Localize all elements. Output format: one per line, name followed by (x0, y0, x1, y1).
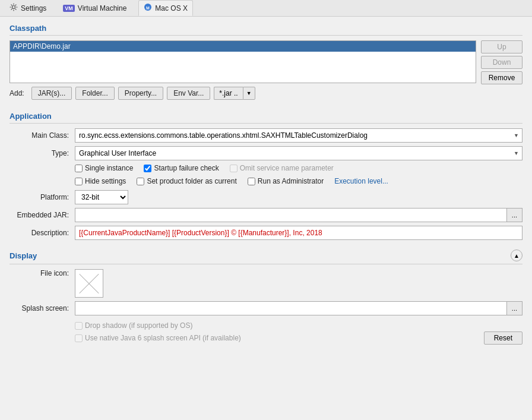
omit-service-checkbox[interactable] (230, 165, 238, 172)
jar-wildcard-button[interactable]: *.jar .. (214, 87, 242, 100)
type-select[interactable]: Graphical User Interface Console (75, 146, 522, 160)
classpath-item[interactable]: APPDIR\Demo.jar (10, 41, 476, 52)
run-as-admin-checkbox[interactable] (248, 178, 255, 185)
up-button[interactable]: Up (481, 40, 522, 53)
main-content: Classpath APPDIR\Demo.jar Add: JAR(s)...… (0, 17, 532, 420)
classpath-section: Classpath APPDIR\Demo.jar Add: JAR(s)...… (10, 24, 522, 102)
drop-shadow-checkbox[interactable] (75, 322, 83, 330)
classpath-title: Classpath (10, 24, 522, 36)
tab-macosx[interactable]: M Mac OS X (138, 0, 193, 16)
display-section-header: Display ▲ (10, 250, 522, 264)
platform-label: Platform: (10, 193, 75, 201)
file-icon-row: File icon: (10, 269, 522, 298)
hide-settings-label: Hide settings (85, 177, 126, 185)
splash-screen-label: Splash screen: (10, 304, 75, 312)
startup-failure-label: Startup failure check (154, 164, 218, 172)
add-buttons-row: Add: JAR(s)... Folder... Property... Env… (10, 87, 476, 100)
embedded-jar-input[interactable] (75, 208, 506, 222)
splash-screen-wrapper: ... (75, 301, 522, 315)
splash-screen-browse-button[interactable]: ... (506, 301, 522, 315)
startup-failure-check-item: Startup failure check (144, 164, 218, 172)
classpath-side-buttons: Up Down Remove (481, 40, 522, 102)
execution-level-link[interactable]: Execution level... (334, 177, 388, 188)
add-label: Add: (10, 89, 24, 97)
display-section: Display ▲ File icon: Splash screen: ... … (10, 250, 522, 345)
drop-shadow-label: Drop shadow (if supported by OS) (85, 321, 192, 330)
classpath-area: APPDIR\Demo.jar Add: JAR(s)... Folder...… (10, 40, 522, 102)
type-row: Type: Graphical User Interface Console (10, 146, 522, 160)
env-var-button[interactable]: Env Var... (167, 87, 210, 100)
title-bar: Settings VM Virtual Machine M Mac OS X (0, 0, 532, 17)
bottom-area: Drop shadow (if supported by OS) Use nat… (75, 319, 522, 345)
file-icon-x (75, 270, 103, 297)
run-as-admin-label: Run as Administrator (258, 177, 324, 185)
single-instance-check-item: Single instance (75, 164, 133, 172)
tab-virtual-machine[interactable]: VM Virtual Machine (58, 2, 131, 15)
hide-settings-check-item: Hide settings (75, 177, 126, 185)
platform-wrapper: 32-bit 64-bit (75, 190, 128, 204)
native-java6-checkbox[interactable] (75, 334, 83, 342)
omit-service-check-item: Omit service name parameter (230, 164, 334, 172)
main-class-row: Main Class: ro.sync.ecss.extensions.comm… (10, 128, 522, 143)
single-instance-label: Single instance (85, 164, 133, 172)
embedded-jar-row: Embedded JAR: ... (10, 208, 522, 222)
tab-settings[interactable]: Settings (5, 1, 51, 15)
splash-screen-row: Splash screen: ... (10, 301, 522, 315)
jar-wildcard-arrow[interactable]: ▼ (243, 87, 255, 100)
run-as-admin-check-item: Run as Administrator (248, 177, 324, 185)
gear-icon (10, 3, 18, 13)
down-button[interactable]: Down (481, 56, 522, 69)
remove-button[interactable]: Remove (481, 71, 522, 84)
application-section: Application Main Class: ro.sync.ecss.ext… (10, 112, 522, 240)
display-title: Display (10, 251, 37, 260)
folder-button[interactable]: Folder... (75, 87, 114, 100)
set-product-folder-checkbox[interactable] (137, 178, 144, 185)
splash-screen-input[interactable] (75, 301, 506, 315)
type-wrapper: Graphical User Interface Console (75, 146, 522, 160)
native-java6-label: Use native Java 6 splash screen API (if … (85, 334, 241, 342)
svg-point-0 (12, 6, 15, 9)
embedded-jar-wrapper: ... (75, 208, 522, 222)
description-label: Description: (10, 229, 75, 237)
hide-settings-checkbox[interactable] (75, 178, 83, 185)
embedded-jar-browse-button[interactable]: ... (506, 208, 522, 222)
svg-text:M: M (146, 6, 150, 10)
jar-wildcard-split: *.jar .. ▼ (214, 87, 255, 100)
jar-button[interactable]: JAR(s)... (31, 87, 72, 100)
classpath-list[interactable]: APPDIR\Demo.jar (10, 40, 476, 83)
reset-button[interactable]: Reset (484, 331, 522, 345)
file-icon-label: File icon: (10, 269, 75, 277)
platform-select[interactable]: 32-bit 64-bit (75, 190, 128, 204)
embedded-jar-label: Embedded JAR: (10, 211, 75, 219)
settings-tab-label: Settings (21, 4, 46, 12)
native-java6-check-item: Use native Java 6 splash screen API (if … (75, 334, 241, 342)
property-button[interactable]: Property... (118, 87, 163, 100)
checkboxes-row-2: Hide settings Set product folder as curr… (75, 177, 522, 188)
file-icon-box[interactable] (75, 269, 103, 298)
omit-service-label: Omit service name parameter (240, 164, 334, 172)
classpath-list-wrap: APPDIR\Demo.jar Add: JAR(s)... Folder...… (10, 40, 476, 102)
mac-icon: M (144, 3, 152, 13)
main-class-wrapper: ro.sync.ecss.extensions.commons.table.op… (75, 128, 522, 143)
type-label: Type: (10, 149, 75, 157)
checkboxes-row-1: Single instance Startup failure check Om… (75, 164, 522, 175)
vm-tab-label: Virtual Machine (78, 4, 127, 12)
set-product-folder-check-item: Set product folder as current (137, 177, 236, 185)
application-title: Application (10, 112, 522, 124)
platform-row: Platform: 32-bit 64-bit (10, 190, 522, 204)
startup-failure-checkbox[interactable] (144, 165, 151, 172)
drop-shadow-check-item: Drop shadow (if supported by OS) (75, 321, 241, 330)
collapse-button[interactable]: ▲ (511, 250, 522, 261)
description-row: Description: (10, 226, 522, 240)
main-class-select[interactable]: ro.sync.ecss.extensions.commons.table.op… (75, 128, 522, 143)
set-product-folder-label: Set product folder as current (147, 177, 236, 185)
description-input[interactable] (75, 226, 522, 240)
bottom-checks: Drop shadow (if supported by OS) Use nat… (75, 321, 252, 345)
macosx-tab-label: Mac OS X (155, 4, 188, 12)
single-instance-checkbox[interactable] (75, 165, 83, 172)
vm-icon: VM (63, 5, 75, 12)
main-class-label: Main Class: (10, 131, 75, 140)
